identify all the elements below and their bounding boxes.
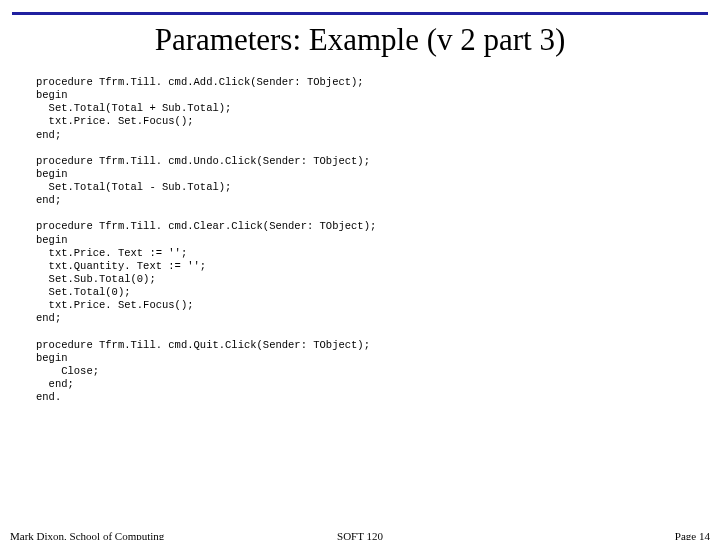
- slide-title: Parameters: Example (v 2 part 3): [0, 22, 720, 58]
- footer-course: SOFT 120: [10, 530, 710, 540]
- code-block: procedure Tfrm.Till. cmd.Add.Click(Sende…: [36, 76, 684, 404]
- footer-page: Page 14: [675, 530, 710, 540]
- slide-rule: [12, 12, 708, 15]
